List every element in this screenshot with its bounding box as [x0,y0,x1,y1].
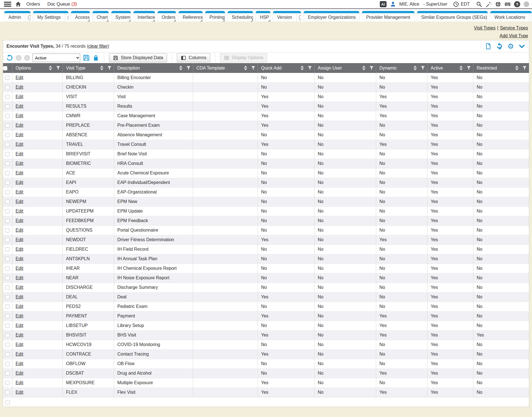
filter-icon[interactable] [251,66,255,70]
sort-icon[interactable] [300,66,304,70]
filter-icon[interactable] [421,66,425,70]
clear-filter-link[interactable]: clear filter [88,44,108,49]
row-checkbox[interactable] [5,171,10,175]
edit-link[interactable]: Edit [16,218,24,223]
edit-link[interactable]: Edit [16,352,24,356]
status-filter-select[interactable]: Active [33,54,80,62]
user-icon[interactable] [390,1,396,7]
globe-icon[interactable] [495,1,501,7]
columns-button[interactable]: Columns [177,53,210,62]
row-checkbox[interactable] [5,133,10,137]
edit-link[interactable]: Edit [16,333,24,337]
column-header-assign-user[interactable]: Assign User [314,63,376,73]
tab-reference[interactable]: Reference [178,11,203,22]
sort-icon[interactable] [515,66,519,70]
tab-printing[interactable]: Printing [205,11,225,22]
tab-work-locations[interactable]: Work Locations [490,11,532,22]
ai-badge[interactable]: AI [380,1,387,7]
tab-interface[interactable]: Interface [133,11,155,22]
row-checkbox[interactable] [5,114,10,118]
row-checkbox[interactable] [5,200,10,204]
edit-link[interactable]: Edit [16,171,24,175]
filter-icon[interactable] [369,66,374,70]
edit-link[interactable]: Edit [16,247,24,252]
edit-link[interactable]: Edit [16,75,24,80]
row-checkbox[interactable] [5,104,10,109]
filter-icon[interactable] [522,66,527,70]
tab-orders[interactable]: Orders [157,11,176,22]
tab-scheduling[interactable]: Scheduling [227,11,253,22]
tab-access[interactable]: Access [71,11,90,22]
column-header-cda-template[interactable]: CDA Template [193,63,258,73]
edit-link[interactable]: Edit [16,323,24,328]
sort-icon[interactable] [244,66,247,70]
row-checkbox[interactable] [5,305,10,309]
filter-icon[interactable] [56,66,60,70]
row-checkbox[interactable] [5,238,10,242]
row-checkbox[interactable] [5,209,10,213]
edit-link[interactable]: Edit [16,266,24,271]
edit-link[interactable]: Edit [16,180,24,185]
row-checkbox[interactable] [5,219,10,223]
edit-link[interactable]: Edit [16,228,24,232]
row-checkbox[interactable] [5,152,10,156]
row-checkbox[interactable] [5,352,10,356]
edit-link[interactable]: Edit [16,94,24,99]
row-checkbox[interactable] [5,190,10,194]
row-checkbox[interactable] [5,266,10,271]
row-checkbox[interactable] [5,142,10,147]
sort-icon[interactable] [459,66,463,70]
row-checkbox[interactable] [5,390,10,395]
filter-icon[interactable] [308,66,312,70]
edit-link[interactable]: Edit [16,361,24,366]
edit-link[interactable]: Edit [16,113,24,118]
store-displayed-data-button[interactable]: Store Displayed Data [109,53,167,62]
visit-types-link[interactable]: Visit Types [474,26,496,30]
edit-link[interactable]: Edit [16,85,24,89]
row-checkbox[interactable] [5,85,10,89]
tab-admin[interactable]: Admin [4,11,31,22]
user-name[interactable]: MIE, Alice [399,2,419,7]
tab-hsp[interactable]: HSP [255,11,271,22]
column-header-description[interactable]: Description [114,63,193,73]
help-icon[interactable]: ? [514,1,520,7]
sort-icon[interactable] [413,66,417,70]
edit-link[interactable]: Edit [16,285,24,290]
edit-link[interactable]: Edit [16,256,24,261]
filter-icon[interactable] [186,66,191,70]
prev-icon[interactable]: ‹ [16,55,22,61]
row-checkbox[interactable] [5,76,10,80]
footer-checkbox[interactable] [6,400,10,404]
magic-wand-icon[interactable] [485,1,492,7]
column-header-visit-type[interactable]: Visit Type [63,63,114,73]
row-checkbox[interactable] [5,247,10,252]
edit-link[interactable]: Edit [16,123,24,128]
keyboard-icon[interactable] [505,1,511,7]
row-checkbox[interactable] [5,285,10,290]
row-checkbox[interactable] [5,257,10,261]
gear-icon[interactable]: ⚙ [507,43,514,50]
column-header-active[interactable]: Active [427,63,473,73]
row-checkbox[interactable] [5,343,10,347]
row-checkbox[interactable] [5,371,10,375]
home-icon[interactable] [15,1,21,7]
edit-link[interactable]: Edit [16,190,24,194]
edit-link[interactable]: Edit [16,390,24,395]
sort-icon[interactable] [100,66,103,70]
search-icon[interactable] [476,1,482,7]
edit-link[interactable]: Edit [16,237,24,242]
hamburger-menu-icon[interactable] [4,2,11,7]
tab-chart[interactable]: Chart [92,11,109,22]
clock-icon[interactable] [453,1,459,7]
row-checkbox[interactable] [5,362,10,366]
sort-icon[interactable] [179,66,182,70]
edit-link[interactable]: Edit [16,142,24,147]
row-checkbox[interactable] [5,295,10,299]
edit-link[interactable]: Edit [16,342,24,347]
edit-link[interactable]: Edit [16,304,24,309]
tab-version[interactable]: Version [273,11,302,22]
column-header-quick-add[interactable]: Quick Add [258,63,314,73]
sort-icon[interactable] [362,66,366,70]
edit-link[interactable]: Edit [16,161,24,166]
breadcrumb-orders[interactable]: Orders [26,2,40,7]
